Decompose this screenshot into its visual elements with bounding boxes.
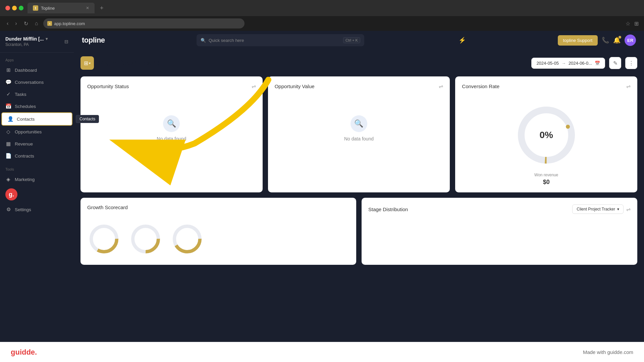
sidebar-header: Dunder Mifflin [... ▾ Scranton, PA ⊟	[0, 31, 74, 53]
sidebar-item-contracts[interactable]: 📄 Contracts	[0, 150, 74, 162]
tab-close-button[interactable]: ✕	[86, 6, 89, 10]
sidebar-item-label: Contracts	[15, 154, 34, 159]
sidebar-item-opportunities[interactable]: ◇ Opportunities	[0, 126, 74, 138]
donut-center: 0%	[539, 130, 553, 140]
support-button[interactable]: topline Support	[558, 35, 598, 46]
calendar-icon: 📅	[595, 61, 600, 66]
date-range-picker[interactable]: 2024-05-05 → 2024-06-0... 📅	[531, 58, 605, 69]
widget-opportunity-status: Opportunity Status ⇌ 🔍 No data found	[80, 76, 263, 192]
contacts-icon: 👤	[7, 116, 13, 122]
settings-icon: ⚙	[5, 206, 11, 213]
widget-header-stage: Stage Distribution Client Project Tracke…	[368, 204, 631, 214]
schedules-icon: 📅	[5, 103, 11, 109]
tools-section-label: Tools	[0, 162, 74, 173]
browser-tab[interactable]: t Topline ✕	[28, 3, 95, 13]
grid-icon: ⊞	[84, 60, 88, 66]
sidebar-item-revenue[interactable]: ▦ Revenue	[0, 138, 74, 150]
no-data-icon: 🔍	[163, 115, 180, 132]
sidebar-item-dashboard[interactable]: ⊞ Dashboard	[0, 64, 74, 76]
no-data-text-2: No data found	[344, 136, 374, 141]
widget-title-stage: Stage Distribution	[368, 206, 408, 212]
footer: guidde. Made with guidde.com	[0, 342, 644, 362]
lightning-icon[interactable]: ⚡	[459, 37, 466, 44]
chevron-down-icon[interactable]: ▾	[46, 37, 48, 41]
back-button[interactable]: ‹	[5, 19, 10, 28]
widget-title-opportunity-value: Opportunity Value	[275, 83, 315, 89]
top-nav: topline 🔍 Quick search here Ctrl + K ⚡ t…	[74, 31, 644, 50]
won-revenue: Won revenue $0	[534, 173, 558, 186]
widget-title-conversion-rate: Conversion Rate	[462, 83, 499, 89]
sidebar-item-label: Contacts	[17, 117, 35, 122]
sidebar-item-marketing[interactable]: ◈ Marketing	[0, 173, 74, 185]
widget-growth-scorecard: Growth Scorecard	[80, 198, 356, 265]
new-tab-button[interactable]: +	[100, 5, 104, 12]
dashboard: ⊞ ▾ Main Dashboard 2024-05-05 → 2024-06-…	[74, 50, 644, 342]
search-bar[interactable]: 🔍 Quick search here Ctrl + K	[197, 34, 364, 46]
extensions-icon[interactable]: ⊞	[634, 20, 639, 27]
company-location: Scranton, PA	[5, 42, 62, 47]
widget-settings-icon[interactable]: ⇌	[252, 83, 256, 89]
home-button[interactable]: ⌂	[34, 19, 40, 28]
sidebar-item-label: Opportunities	[15, 129, 42, 134]
made-with-text: Made with guidde.com	[583, 349, 633, 355]
stage-dropdown[interactable]: Client Project Tracker ▾	[572, 204, 624, 214]
conversion-percent: 0%	[539, 130, 553, 140]
close-dot[interactable]	[5, 6, 10, 10]
ellipsis-icon: ⋮	[629, 60, 634, 66]
forward-button[interactable]: ›	[14, 19, 18, 28]
bell-container: 🔔	[613, 37, 621, 44]
dropdown-chevron-icon: ▾	[89, 61, 91, 65]
sidebar-item-schedules[interactable]: 📅 Schedules	[0, 100, 74, 112]
date-to: 2024-06-0...	[569, 61, 592, 66]
revenue-icon: ▦	[5, 141, 11, 147]
contacts-tooltip: Contacts	[76, 115, 99, 123]
sidebar: Dunder Mifflin [... ▾ Scranton, PA ⊟ App…	[0, 31, 74, 342]
dashboard-icon-btn[interactable]: ⊞ ▾	[80, 56, 94, 70]
growth-donut-3	[170, 222, 204, 256]
svg-point-2	[566, 125, 570, 129]
sidebar-item-tasks[interactable]: ✓ Tasks	[0, 88, 74, 100]
opportunities-icon: ◇	[5, 129, 11, 135]
app-logo: topline	[82, 36, 105, 45]
donut-chart: 0%	[513, 102, 580, 169]
edit-button[interactable]: ✎	[609, 57, 621, 69]
nav-right: topline Support 📞 🔔 ER	[558, 35, 636, 46]
star-icon[interactable]: ☆	[626, 20, 630, 27]
search-placeholder: Quick search here	[209, 38, 244, 43]
widget-settings-icon-2[interactable]: ⇌	[439, 83, 443, 89]
reload-button[interactable]: ↻	[22, 19, 30, 28]
sidebar-item-label: Conversations	[15, 80, 44, 85]
url-bar[interactable]: t app.topline.com	[43, 18, 245, 28]
sidebar-item-settings[interactable]: ⚙ Settings	[0, 203, 74, 216]
dashboard-header-actions: 2024-05-05 → 2024-06-0... 📅 ✎ ⋮	[531, 57, 637, 69]
widget-settings-icon-3[interactable]: ⇌	[626, 83, 631, 89]
minimize-dot[interactable]	[12, 6, 17, 10]
date-arrow-icon: →	[561, 61, 566, 66]
sidebar-item-label: Revenue	[15, 141, 33, 146]
won-revenue-value: $0	[534, 179, 558, 186]
browser-dots	[5, 6, 23, 10]
sidebar-item-conversations[interactable]: 💬 Conversations	[0, 76, 74, 88]
notification-dot	[619, 36, 621, 39]
widget-header-opportunity-value: Opportunity Value ⇌	[275, 83, 443, 89]
page-title: Main Dashboard	[98, 58, 161, 68]
sidebar-item-label: Schedules	[15, 104, 36, 109]
phone-icon[interactable]: 📞	[602, 37, 609, 44]
stage-settings-icon[interactable]: ⇌	[626, 206, 631, 213]
main-area: topline 🔍 Quick search here Ctrl + K ⚡ t…	[74, 31, 644, 342]
dashboard-header: ⊞ ▾ Main Dashboard 2024-05-05 → 2024-06-…	[80, 56, 637, 70]
widget-title-growth: Growth Scorecard	[87, 204, 128, 210]
tab-favicon: t	[33, 5, 38, 11]
sidebar-item-contacts[interactable]: 👤 Contacts	[2, 113, 72, 125]
date-from: 2024-05-05	[536, 61, 559, 66]
growth-donut-1	[87, 222, 121, 256]
apps-section-label: Apps	[0, 53, 74, 64]
maximize-dot[interactable]	[19, 6, 23, 10]
more-options-button[interactable]: ⋮	[625, 57, 637, 69]
sidebar-item-label: Marketing	[15, 177, 35, 182]
avatar[interactable]: ER	[625, 35, 636, 46]
stage-dropdown-label: Client Project Tracker	[577, 207, 615, 212]
layout-toggle-icon[interactable]: ⊟	[64, 39, 68, 44]
growth-chart-3	[170, 222, 204, 256]
sidebar-item-automation[interactable]: g.	[0, 185, 74, 203]
